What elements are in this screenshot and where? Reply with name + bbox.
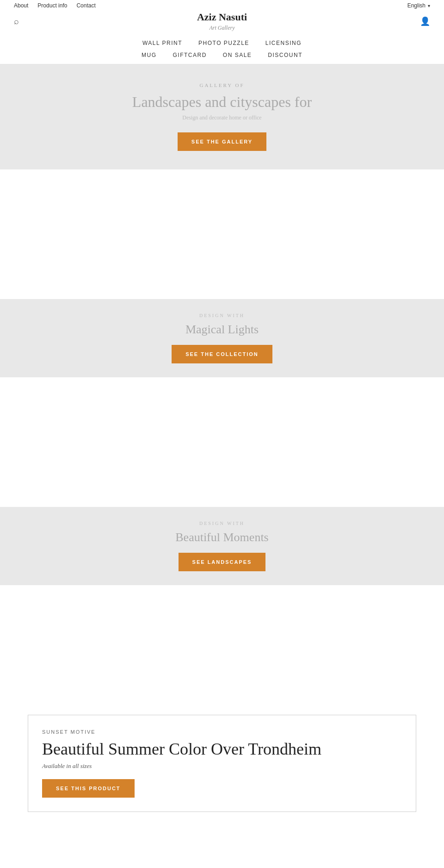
nav-discount[interactable]: DISCOUNT (268, 52, 302, 58)
hero-subtitle: Design and decorate home or office (182, 114, 261, 121)
product-card: SUNSET MOTIVE Beautiful Summer Color Ove… (28, 715, 416, 812)
collection-banner-2: DESIGN WITH Beautiful Moments SEE LANDSC… (0, 507, 444, 585)
nav-giftcard[interactable]: GIFTCARD (173, 52, 206, 58)
product-availability: Available in all sizes (42, 762, 402, 770)
language-label: English (407, 2, 426, 9)
top-nav-links: About Product info Contact (14, 2, 96, 9)
product-section-wrapper: SUNSET MOTIVE Beautiful Summer Color Ove… (0, 715, 444, 826)
chevron-down-icon: ▾ (428, 3, 430, 8)
white-space-3 (0, 585, 444, 715)
hero-banner: GALLERY OF Landscapes and cityscapes for… (0, 64, 444, 169)
logo: Aziz Nasuti Art Gallery (197, 11, 247, 31)
header-top-bar: About Product info Contact English ▾ (0, 0, 444, 11)
about-link[interactable]: About (14, 2, 28, 9)
product-info-link[interactable]: Product info (37, 2, 67, 9)
nav-on-sale[interactable]: ON SALE (223, 52, 252, 58)
product-category: SUNSET MOTIVE (42, 729, 402, 735)
collection2-label: DESIGN WITH (199, 521, 245, 526)
gallery-label: GALLERY OF (199, 82, 244, 88)
search-icon[interactable]: ⌕ (14, 17, 19, 26)
see-landscapes-button[interactable]: SEE LANDSCAPES (179, 553, 266, 571)
nav-row-1: WALL PRINT PHOTO PUZZLE LICENSING (0, 36, 444, 50)
collection-banner-1: DESIGN WITH Magical Lights SEE THE COLLE… (0, 299, 444, 377)
brand-name: Aziz Nasuti (197, 11, 247, 23)
collection1-label: DESIGN WITH (199, 313, 245, 318)
product-title: Beautiful Summer Color Over Trondheim (42, 739, 402, 759)
language-selector[interactable]: English ▾ (407, 2, 430, 9)
collection1-headline: Magical Lights (185, 323, 259, 337)
nav-row-2: MUG GIFTCARD ON SALE DISCOUNT (0, 50, 444, 64)
site-header: About Product info Contact English ▾ ⌕ A… (0, 0, 444, 64)
header-middle-row: ⌕ Aziz Nasuti Art Gallery 👤 (0, 11, 444, 36)
hero-headline: Landscapes and cityscapes for (132, 94, 312, 111)
nav-mug[interactable]: MUG (142, 52, 157, 58)
contact-link[interactable]: Contact (76, 2, 95, 9)
see-gallery-button[interactable]: SEE THE GALLERY (178, 132, 266, 151)
collection2-headline: Beautiful Moments (175, 531, 268, 544)
see-product-button[interactable]: SEE THIS PRODUCT (42, 779, 135, 798)
nav-photo-puzzle[interactable]: PHOTO PUZZLE (198, 40, 249, 46)
nav-wall-print[interactable]: WALL PRINT (142, 40, 182, 46)
white-space-2 (0, 377, 444, 507)
white-space-1 (0, 169, 444, 299)
see-collection-button[interactable]: SEE THE COLLECTION (172, 345, 272, 363)
user-icon[interactable]: 👤 (420, 16, 430, 26)
brand-subtitle: Art Gallery (210, 25, 235, 31)
nav-licensing[interactable]: LICENSING (265, 40, 302, 46)
